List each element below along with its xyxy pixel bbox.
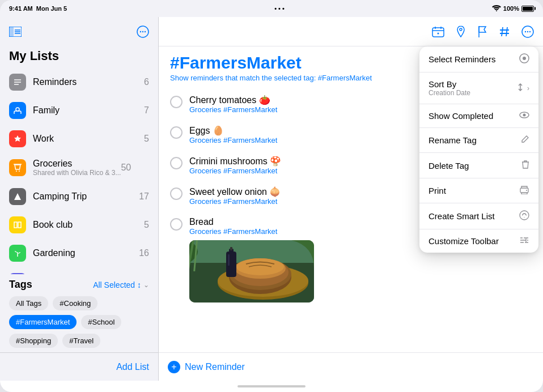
sidebar-item-gardening[interactable]: Gardening 16 — [5, 239, 154, 267]
svg-point-32 — [525, 31, 526, 32]
dropdown-print-label: Print — [429, 186, 446, 195]
svg-point-55 — [526, 190, 527, 191]
tag-chip-all[interactable]: All Tags — [9, 296, 48, 310]
bookclub-icon — [9, 216, 26, 233]
dropdown-sort-by[interactable]: Sort By Creation Date › — [419, 73, 538, 104]
status-bar: 9:41 AM Mon Jun 5 • • • 100% — [0, 0, 543, 17]
calendar-toolbar-button[interactable] — [432, 26, 444, 37]
tags-chevron-icon: ⌄ — [143, 281, 149, 289]
gardening-icon — [9, 245, 26, 262]
svg-marker-13 — [14, 135, 21, 142]
dropdown-menu: Select Reminders Sort By Creation Date — [419, 46, 538, 253]
location-toolbar-button[interactable] — [456, 25, 466, 38]
tag-chip-school[interactable]: #School — [81, 315, 121, 329]
flag-toolbar-button[interactable] — [477, 25, 487, 38]
sidebar-item-reminders[interactable]: Reminders 6 — [5, 68, 154, 96]
dropdown-show-completed-label: Show Completed — [429, 111, 493, 121]
svg-point-14 — [16, 171, 17, 172]
tag-chip-travel[interactable]: #Travel — [62, 334, 100, 348]
tags-all-selected-group[interactable]: All Selected ↕ ⌄ — [93, 280, 149, 289]
dropdown-delete-tag-label: Delete Tag — [429, 161, 469, 171]
work-icon — [9, 130, 26, 147]
add-list-button[interactable]: Add List — [116, 362, 149, 372]
sidebar-more-button[interactable] — [137, 25, 149, 38]
sidebar-item-family-count: 7 — [144, 105, 149, 116]
sidebar-item-bookclub[interactable]: Book club 5 — [5, 211, 154, 239]
svg-point-6 — [140, 31, 141, 32]
main-subtitle-prefix: Show reminders that match the selected t… — [170, 74, 318, 82]
svg-rect-20 — [432, 28, 444, 37]
dropdown-print[interactable]: Print — [419, 178, 538, 203]
status-bar-center: • • • — [274, 5, 285, 12]
sidebar-toggle-button[interactable] — [9, 27, 22, 37]
sidebar-item-camping[interactable]: Camping Trip 17 — [5, 182, 154, 211]
svg-point-7 — [142, 31, 143, 32]
dropdown-rename-tag[interactable]: Rename Tag — [419, 128, 538, 153]
toolbar-icons — [432, 25, 534, 38]
new-reminder-label: New Reminder — [185, 362, 245, 372]
sidebar-item-groceries-shared: Shared with Olivia Rico & 3... — [33, 169, 121, 177]
tag-chip-cooking[interactable]: #Cooking — [53, 296, 97, 310]
sidebar-item-gardening-label: Gardening — [33, 248, 139, 258]
hashtag-toolbar-button[interactable] — [499, 26, 510, 37]
dropdown-select-label: Select Reminders — [429, 54, 495, 64]
dropdown-delete-tag[interactable]: Delete Tag — [419, 153, 538, 178]
dots: • • • — [274, 5, 285, 12]
reminder-checkbox-4[interactable] — [170, 188, 183, 200]
svg-rect-47 — [228, 254, 230, 266]
main-more-button[interactable] — [521, 25, 534, 38]
family-icon — [9, 102, 26, 119]
groceries-name-wrap: Groceries Shared with Olivia Rico & 3... — [33, 159, 121, 177]
reminder-checkbox-1[interactable] — [170, 96, 183, 108]
dropdown-show-completed[interactable]: Show Completed — [419, 104, 538, 128]
svg-point-43 — [236, 258, 284, 275]
status-bar-left: 9:41 AM Mon Jun 5 — [9, 5, 67, 12]
list-items-container: Reminders 6 Family 7 — [0, 68, 158, 274]
battery-icon — [521, 6, 534, 12]
sidebar-item-camping-count: 17 — [139, 191, 149, 202]
tag-chip-shopping[interactable]: #Shopping — [9, 334, 58, 348]
dropdown-create-smart-list[interactable]: Create Smart List — [419, 203, 538, 229]
svg-point-33 — [527, 31, 528, 32]
sort-chevron-icon: › — [527, 84, 529, 92]
tags-title: Tags — [9, 279, 32, 291]
reminder-checkbox-5[interactable] — [170, 218, 183, 231]
reminders-icon — [9, 74, 26, 91]
rename-tag-icon — [520, 135, 529, 146]
wifi-icon — [492, 5, 501, 12]
sidebar-item-work-count: 5 — [144, 134, 149, 144]
ipad-frame: 9:41 AM Mon Jun 5 • • • 100% — [0, 0, 543, 392]
bread-image — [189, 240, 314, 302]
sidebar-item-work[interactable]: Work 5 — [5, 125, 154, 153]
main-subtitle-tag: #FarmersMarket — [318, 74, 372, 82]
sidebar-item-camping-label: Camping Trip — [33, 191, 139, 202]
svg-point-51 — [523, 57, 526, 60]
new-reminder-button[interactable]: + New Reminder — [168, 361, 245, 373]
tag-chip-farmersmarket[interactable]: #FarmersMarket — [9, 315, 77, 329]
sidebar-item-groceries-count: 50 — [121, 163, 131, 173]
svg-point-34 — [529, 31, 531, 32]
sidebar-item-family[interactable]: Family 7 — [5, 96, 154, 125]
sidebar-item-family-label: Family — [33, 105, 144, 116]
dropdown-sort-sub: Creation Date — [429, 89, 470, 97]
status-time: 9:41 AM — [9, 5, 33, 12]
reminder-checkbox-2[interactable] — [170, 126, 183, 139]
dropdown-select-reminders[interactable]: Select Reminders — [419, 46, 538, 73]
dropdown-customize-toolbar[interactable]: Customize Toolbar — [419, 229, 538, 253]
sidebar-title: My Lists — [0, 46, 158, 68]
sidebar-item-groceries[interactable]: Groceries Shared with Olivia Rico & 3...… — [5, 153, 154, 182]
svg-rect-44 — [226, 252, 236, 277]
reminder-checkbox-3[interactable] — [170, 157, 183, 169]
tags-header: Tags All Selected ↕ ⌄ — [9, 279, 149, 291]
main-toolbar — [159, 17, 543, 46]
tags-chips: All Tags #Cooking #FarmersMarket #School… — [9, 296, 149, 348]
svg-rect-0 — [9, 27, 14, 37]
customize-toolbar-icon — [519, 236, 529, 246]
dropdown-rename-tag-label: Rename Tag — [429, 135, 477, 145]
create-smart-icon — [519, 210, 529, 222]
bottom-bar: + New Reminder — [159, 352, 543, 381]
sidebar-item-plants[interactable]: Plants to get 4 — [5, 267, 154, 274]
select-reminders-icon — [519, 53, 529, 65]
svg-line-28 — [506, 27, 507, 36]
sidebar-item-bookclub-count: 5 — [144, 220, 149, 230]
